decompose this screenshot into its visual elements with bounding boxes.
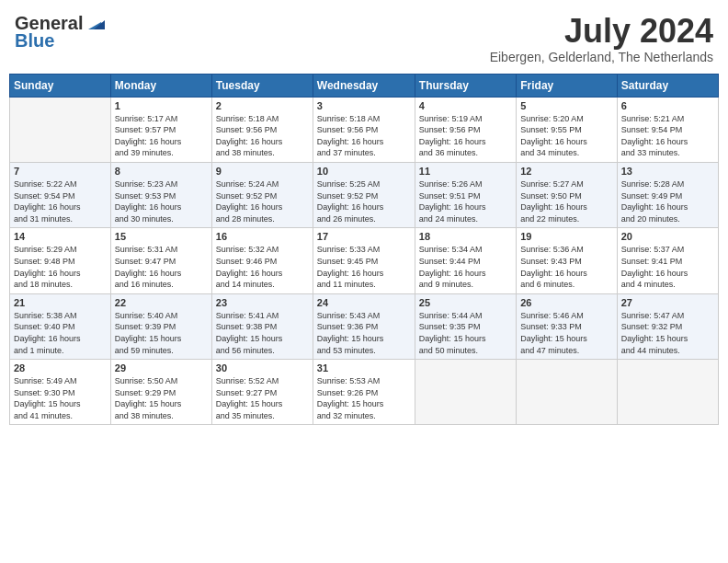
calendar-cell: 18Sunrise: 5:34 AMSunset: 9:44 PMDayligh… <box>415 228 516 293</box>
calendar-week-row: 1Sunrise: 5:17 AMSunset: 9:57 PMDaylight… <box>10 97 719 162</box>
calendar-cell: 9Sunrise: 5:24 AMSunset: 9:52 PMDaylight… <box>211 162 313 227</box>
calendar-cell: 11Sunrise: 5:26 AMSunset: 9:51 PMDayligh… <box>415 162 516 227</box>
header-friday: Friday <box>517 74 617 97</box>
day-number: 6 <box>621 100 714 111</box>
day-info: Sunrise: 5:47 AMSunset: 9:32 PMDaylight:… <box>621 310 714 356</box>
calendar-cell: 6Sunrise: 5:21 AMSunset: 9:54 PMDaylight… <box>617 97 718 162</box>
day-number: 31 <box>317 362 411 373</box>
month-year-title: July 2024 <box>490 13 713 50</box>
location-text: Eibergen, Gelderland, The Netherlands <box>490 50 713 64</box>
header-tuesday: Tuesday <box>211 74 313 97</box>
day-number: 19 <box>520 231 612 242</box>
day-info: Sunrise: 5:53 AMSunset: 9:26 PMDaylight:… <box>317 375 411 421</box>
calendar-week-row: 28Sunrise: 5:49 AMSunset: 9:30 PMDayligh… <box>10 360 719 425</box>
day-info: Sunrise: 5:21 AMSunset: 9:54 PMDaylight:… <box>621 113 714 159</box>
day-info: Sunrise: 5:18 AMSunset: 9:56 PMDaylight:… <box>216 113 309 159</box>
day-info: Sunrise: 5:49 AMSunset: 9:30 PMDaylight:… <box>14 375 107 421</box>
day-number: 9 <box>216 166 309 177</box>
calendar-cell <box>10 97 111 162</box>
day-number: 2 <box>216 100 309 111</box>
calendar-cell: 2Sunrise: 5:18 AMSunset: 9:56 PMDaylight… <box>211 97 313 162</box>
calendar-cell: 27Sunrise: 5:47 AMSunset: 9:32 PMDayligh… <box>617 293 718 359</box>
day-number: 1 <box>115 100 208 111</box>
day-info: Sunrise: 5:17 AMSunset: 9:57 PMDaylight:… <box>115 113 208 159</box>
day-number: 17 <box>317 231 411 242</box>
header-monday: Monday <box>110 74 211 97</box>
day-number: 30 <box>216 362 309 373</box>
day-info: Sunrise: 5:34 AMSunset: 9:44 PMDaylight:… <box>419 244 512 290</box>
day-info: Sunrise: 5:31 AMSunset: 9:47 PMDaylight:… <box>115 244 208 290</box>
day-number: 11 <box>419 166 512 177</box>
calendar-cell: 15Sunrise: 5:31 AMSunset: 9:47 PMDayligh… <box>110 228 211 293</box>
calendar-cell: 31Sunrise: 5:53 AMSunset: 9:26 PMDayligh… <box>313 360 415 425</box>
day-number: 15 <box>115 231 208 242</box>
calendar-table: SundayMondayTuesdayWednesdayThursdayFrid… <box>9 74 719 426</box>
day-info: Sunrise: 5:33 AMSunset: 9:45 PMDaylight:… <box>317 244 411 290</box>
day-number: 14 <box>14 231 107 242</box>
day-info: Sunrise: 5:37 AMSunset: 9:41 PMDaylight:… <box>621 244 714 290</box>
day-number: 27 <box>621 297 714 308</box>
calendar-cell: 29Sunrise: 5:50 AMSunset: 9:29 PMDayligh… <box>110 360 211 425</box>
day-number: 5 <box>520 100 612 111</box>
day-info: Sunrise: 5:28 AMSunset: 9:49 PMDaylight:… <box>621 178 714 224</box>
day-number: 24 <box>317 297 411 308</box>
day-number: 21 <box>14 297 107 308</box>
title-block: July 2024 Eibergen, Gelderland, The Neth… <box>490 13 713 64</box>
calendar-cell: 26Sunrise: 5:46 AMSunset: 9:33 PMDayligh… <box>517 293 617 359</box>
calendar-cell <box>517 360 617 425</box>
calendar-cell: 13Sunrise: 5:28 AMSunset: 9:49 PMDayligh… <box>617 162 718 227</box>
calendar-cell: 21Sunrise: 5:38 AMSunset: 9:40 PMDayligh… <box>10 293 111 359</box>
calendar-cell: 4Sunrise: 5:19 AMSunset: 9:56 PMDaylight… <box>415 97 516 162</box>
calendar-cell: 7Sunrise: 5:22 AMSunset: 9:54 PMDaylight… <box>10 162 111 227</box>
day-info: Sunrise: 5:43 AMSunset: 9:36 PMDaylight:… <box>317 310 411 356</box>
page-header: General Blue July 2024 Eibergen, Gelderl… <box>9 9 719 68</box>
day-info: Sunrise: 5:32 AMSunset: 9:46 PMDaylight:… <box>216 244 309 290</box>
day-number: 3 <box>317 100 411 111</box>
header-sunday: Sunday <box>10 74 111 97</box>
day-number: 4 <box>419 100 512 111</box>
day-number: 20 <box>621 231 714 242</box>
day-info: Sunrise: 5:44 AMSunset: 9:35 PMDaylight:… <box>419 310 512 356</box>
day-info: Sunrise: 5:18 AMSunset: 9:56 PMDaylight:… <box>317 113 411 159</box>
calendar-cell: 12Sunrise: 5:27 AMSunset: 9:50 PMDayligh… <box>517 162 617 227</box>
day-number: 23 <box>216 297 309 308</box>
calendar-cell <box>415 360 516 425</box>
day-number: 8 <box>115 166 208 177</box>
calendar-week-row: 7Sunrise: 5:22 AMSunset: 9:54 PMDaylight… <box>10 162 719 227</box>
calendar-cell: 8Sunrise: 5:23 AMSunset: 9:53 PMDaylight… <box>110 162 211 227</box>
day-number: 16 <box>216 231 309 242</box>
calendar-header-row: SundayMondayTuesdayWednesdayThursdayFrid… <box>10 74 719 97</box>
day-info: Sunrise: 5:41 AMSunset: 9:38 PMDaylight:… <box>216 310 309 356</box>
day-number: 12 <box>520 166 612 177</box>
day-info: Sunrise: 5:40 AMSunset: 9:39 PMDaylight:… <box>115 310 208 356</box>
calendar-cell: 19Sunrise: 5:36 AMSunset: 9:43 PMDayligh… <box>517 228 617 293</box>
calendar-cell: 10Sunrise: 5:25 AMSunset: 9:52 PMDayligh… <box>313 162 415 227</box>
calendar-cell: 22Sunrise: 5:40 AMSunset: 9:39 PMDayligh… <box>110 293 211 359</box>
calendar-cell: 14Sunrise: 5:29 AMSunset: 9:48 PMDayligh… <box>10 228 111 293</box>
day-info: Sunrise: 5:24 AMSunset: 9:52 PMDaylight:… <box>216 178 309 224</box>
day-info: Sunrise: 5:22 AMSunset: 9:54 PMDaylight:… <box>14 178 107 224</box>
header-saturday: Saturday <box>617 74 718 97</box>
day-number: 7 <box>14 166 107 177</box>
day-info: Sunrise: 5:20 AMSunset: 9:55 PMDaylight:… <box>520 113 612 159</box>
day-info: Sunrise: 5:23 AMSunset: 9:53 PMDaylight:… <box>115 178 208 224</box>
day-info: Sunrise: 5:46 AMSunset: 9:33 PMDaylight:… <box>520 310 612 356</box>
logo-icon <box>85 13 105 33</box>
day-number: 18 <box>419 231 512 242</box>
calendar-cell: 5Sunrise: 5:20 AMSunset: 9:55 PMDaylight… <box>517 97 617 162</box>
calendar-cell: 1Sunrise: 5:17 AMSunset: 9:57 PMDaylight… <box>110 97 211 162</box>
day-info: Sunrise: 5:25 AMSunset: 9:52 PMDaylight:… <box>317 178 411 224</box>
day-number: 13 <box>621 166 714 177</box>
calendar-week-row: 14Sunrise: 5:29 AMSunset: 9:48 PMDayligh… <box>10 228 719 293</box>
day-number: 22 <box>115 297 208 308</box>
day-info: Sunrise: 5:52 AMSunset: 9:27 PMDaylight:… <box>216 375 309 421</box>
day-number: 25 <box>419 297 512 308</box>
logo: General Blue <box>15 13 105 52</box>
svg-marker-1 <box>94 20 105 29</box>
calendar-cell: 30Sunrise: 5:52 AMSunset: 9:27 PMDayligh… <box>211 360 313 425</box>
day-number: 26 <box>520 297 612 308</box>
calendar-cell: 20Sunrise: 5:37 AMSunset: 9:41 PMDayligh… <box>617 228 718 293</box>
day-info: Sunrise: 5:19 AMSunset: 9:56 PMDaylight:… <box>419 113 512 159</box>
day-info: Sunrise: 5:26 AMSunset: 9:51 PMDaylight:… <box>419 178 512 224</box>
calendar-cell: 16Sunrise: 5:32 AMSunset: 9:46 PMDayligh… <box>211 228 313 293</box>
